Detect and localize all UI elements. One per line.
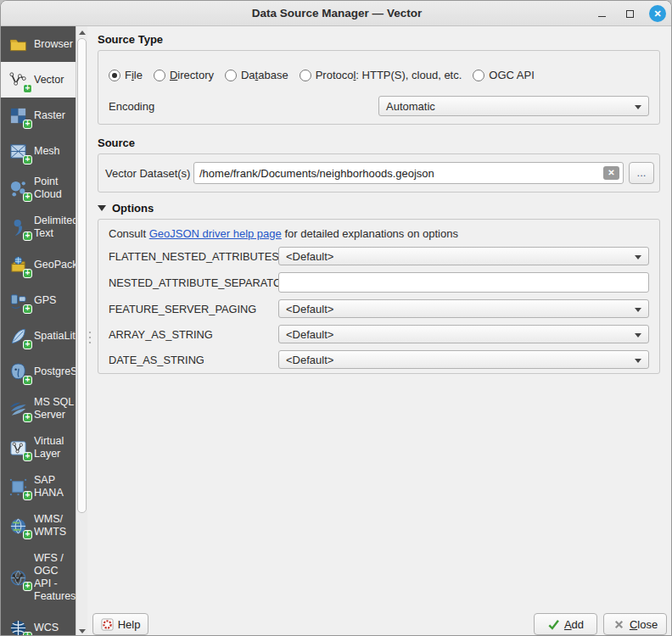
consult-prefix: Consult: [109, 227, 149, 240]
option-row-nested-attribute-separator: NESTED_ATTRIBUTE_SEPARATOR: [109, 272, 649, 293]
maximize-button[interactable]: [621, 5, 638, 22]
sidebar-item-label: SpatiaLite: [34, 330, 76, 343]
add-plus-badge-icon: +: [23, 120, 32, 129]
input-nested-attribute-separator[interactable]: [278, 272, 649, 293]
sidebar-item-wfs-ogc[interactable]: +WFS /​ OGC API - Features: [1, 545, 76, 610]
sidebar-item-raster[interactable]: +Raster: [1, 98, 76, 133]
sidebar-item-label: Mesh: [34, 145, 76, 158]
option-label: DATE_AS_STRING: [109, 354, 278, 366]
encoding-combobox[interactable]: Automatic: [378, 96, 649, 116]
sidebar-item-point-cloud[interactable]: +Point Cloud: [1, 169, 76, 208]
sidebar-item-label: WMS/​WMTS: [34, 513, 76, 538]
sidebar-item-gps[interactable]: +GPS: [1, 282, 76, 318]
minimize-icon: [598, 16, 606, 17]
radio-directory[interactable]: Directory: [154, 69, 214, 81]
sidebar-scrollbar[interactable]: [76, 26, 87, 636]
sidebar-item-mssql[interactable]: +MS SQL Server: [1, 389, 76, 428]
combo-value: <Default>: [286, 354, 333, 366]
postgresql-icon: +: [5, 360, 31, 382]
add-plus-badge-icon: +: [23, 84, 32, 93]
vector-dataset-input[interactable]: [193, 162, 624, 184]
radio-label: Protocol: HTTP(S), cloud, etc.: [316, 69, 462, 81]
radio-protocol-http-s-cloud-etc[interactable]: Protocol: HTTP(S), cloud, etc.: [300, 69, 462, 81]
source-heading: Source: [98, 137, 660, 149]
option-row-flatten-nested-attributes: FLATTEN_NESTED_ATTRIBUTES<Default>: [109, 247, 649, 265]
source-type-frame: FileDirectoryDatabaseProtocol: HTTP(S), …: [98, 50, 660, 125]
chevron-down-icon: [635, 105, 641, 109]
sidebar-item-label: Vector: [34, 74, 76, 86]
add-button[interactable]: Add: [534, 613, 597, 635]
sidebar-item-vector[interactable]: +Vector: [1, 62, 76, 98]
option-label: NESTED_ATTRIBUTE_SEPARATOR: [109, 276, 278, 289]
wcs-icon: +: [5, 616, 31, 636]
add-plus-badge-icon: +: [23, 530, 32, 539]
radio-ogc-api[interactable]: OGC API: [473, 69, 534, 81]
sidebar-item-label: Browser: [34, 38, 76, 51]
add-plus-badge-icon: +: [23, 452, 32, 461]
gps-icon: +: [5, 289, 31, 311]
vector-icon: +: [5, 69, 31, 91]
combo-array-as-string[interactable]: <Default>: [278, 325, 649, 343]
radio-label: Directory: [170, 69, 214, 81]
sidebar-item-browser[interactable]: Browser: [1, 26, 76, 62]
sidebar-item-label: Virtual Layer: [34, 435, 76, 460]
sidebar-item-wcs[interactable]: +WCS: [1, 610, 76, 636]
add-plus-badge-icon: +: [23, 155, 32, 165]
geojson-help-link[interactable]: GeoJSON driver help page: [149, 227, 282, 240]
browse-files-button[interactable]: ...: [629, 162, 654, 184]
sidebar-item-sap-hana[interactable]: +SAP HANA: [1, 467, 76, 506]
maximize-icon: [626, 10, 634, 18]
splitter-handle[interactable]: [88, 332, 92, 357]
sidebar-item-label: SAP HANA: [34, 474, 76, 499]
add-plus-badge-icon: +: [23, 232, 32, 241]
window-title: Data Source Manager — Vector: [252, 7, 422, 20]
sidebar-item-label: WCS: [34, 622, 76, 634]
help-button[interactable]: Help: [92, 613, 148, 635]
geopackage-icon: +: [5, 254, 31, 276]
radio-label: Database: [241, 69, 288, 81]
point-cloud-icon: +: [5, 177, 31, 199]
radio-database[interactable]: Database: [225, 69, 288, 81]
button-box: Help Add Close: [87, 598, 672, 636]
add-plus-badge-icon: +: [23, 376, 32, 385]
close-window-button[interactable]: ✕: [649, 5, 666, 22]
sidebar-item-spatialite[interactable]: +SpatiaLite: [1, 318, 76, 354]
help-button-label: Help: [118, 618, 141, 631]
sidebar-item-label: MS SQL Server: [34, 396, 76, 421]
option-label: ARRAY_AS_STRING: [109, 328, 278, 341]
sidebar-item-virtual-layer[interactable]: +Virtual Layer: [1, 428, 76, 467]
mesh-icon: +: [5, 140, 31, 162]
sidebar-item-label: WFS /​ OGC API - Features: [34, 552, 76, 603]
raster-icon: +: [5, 104, 31, 126]
sidebar-item-label: GeoPackage: [34, 259, 76, 271]
scroll-up-icon[interactable]: [76, 26, 88, 38]
clear-text-icon[interactable]: ✕: [603, 166, 619, 180]
options-rows: FLATTEN_NESTED_ATTRIBUTES<Default>NESTED…: [109, 247, 649, 369]
scroll-down-icon[interactable]: [76, 625, 88, 636]
combo-flatten-nested-attributes[interactable]: <Default>: [278, 247, 649, 265]
consult-line: Consult GeoJSON driver help page for det…: [109, 227, 649, 240]
chevron-down-icon: [635, 333, 641, 338]
encoding-value: Automatic: [386, 100, 435, 113]
scrollbar-thumb[interactable]: [77, 38, 87, 513]
close-button[interactable]: Close: [603, 613, 667, 635]
sidebar-item-geopackage[interactable]: +GeoPackage: [1, 247, 76, 282]
delimited-text-icon: +: [5, 216, 31, 238]
options-collapse-header[interactable]: Options: [98, 202, 660, 215]
sidebar-item-delimited-text[interactable]: +Delimited Text: [1, 208, 76, 247]
wfs-ogc-icon: +: [5, 566, 31, 589]
minimize-button[interactable]: [593, 5, 610, 22]
wms-wmts-icon: +: [5, 515, 31, 537]
data-source-manager-window: Data Source Manager — Vector ✕ Browser+V…: [0, 0, 672, 636]
add-plus-badge-icon: +: [23, 413, 32, 422]
combo-date-as-string[interactable]: <Default>: [278, 350, 649, 369]
sidebar-item-wms-wmts[interactable]: +WMS/​WMTS: [1, 506, 76, 545]
vector-dataset-label: Vector Dataset(s): [105, 167, 193, 180]
vector-dataset-inputwrap: ✕: [193, 162, 624, 184]
combo-feature-server-paging[interactable]: <Default>: [278, 299, 649, 318]
radio-file[interactable]: File: [109, 69, 143, 81]
option-label: FEATURE_SERVER_PAGING: [109, 303, 278, 315]
chevron-down-icon: [635, 308, 641, 312]
sidebar-item-postgresql[interactable]: +PostgreSQL: [1, 354, 76, 389]
sidebar-item-mesh[interactable]: +Mesh: [1, 133, 76, 169]
